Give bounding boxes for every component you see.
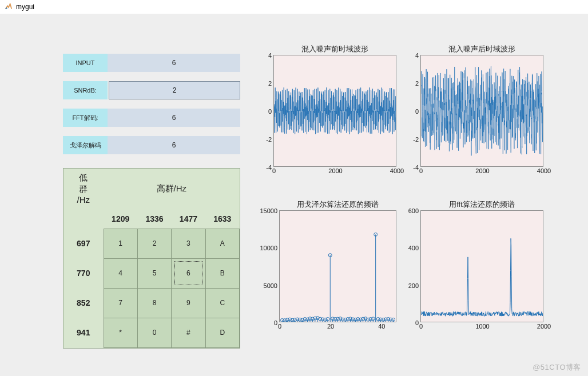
x-tick: 40 — [378, 323, 385, 330]
plot-fft-spectrum: 用fft算法还原的频谱 0200400600010002000 — [420, 210, 543, 322]
y-tick: 200 — [408, 282, 419, 289]
keypad-button-D[interactable]: D — [205, 318, 239, 347]
snr-input[interactable]: 2 — [109, 81, 240, 99]
dtmf-keypad-panel: 低 群 /Hz 高群/Hz 1209133614771633697123A770… — [63, 168, 240, 349]
x-tick: 4000 — [390, 167, 404, 174]
y-tick: 0 — [415, 319, 419, 326]
y-tick: 2 — [415, 80, 419, 87]
row-header-770: 770 — [63, 258, 104, 288]
keypad-button-#[interactable]: # — [172, 318, 205, 347]
keypad-button-5[interactable]: 5 — [137, 258, 171, 288]
plot-title: 混入噪声前时域波形 — [274, 44, 396, 54]
plot-clean-time-domain: 混入噪声前时域波形 -4-2024020004000 — [273, 55, 396, 167]
watermark-text: @51CTO博客 — [533, 362, 581, 373]
x-tick: 20 — [327, 323, 334, 330]
window-title: mygui — [16, 3, 34, 11]
keypad-button-4[interactable]: 4 — [104, 258, 137, 288]
x-tick: 4000 — [537, 167, 551, 174]
y-tick: -2 — [413, 136, 419, 143]
window-titlebar: mygui — [0, 0, 588, 14]
keypad-button-0[interactable]: 0 — [137, 318, 171, 347]
low-group-header: 低 群 /Hz — [63, 169, 104, 209]
keypad-button-7[interactable]: 7 — [104, 288, 137, 318]
y-tick: 2 — [268, 80, 272, 87]
x-tick: 2000 — [475, 167, 489, 174]
keypad-button-A[interactable]: A — [205, 229, 239, 258]
keypad-button-1[interactable]: 1 — [104, 229, 137, 258]
goertzel-decode-value: 6 — [108, 136, 240, 154]
col-header-1477: 1477 — [172, 209, 205, 229]
keypad-button-8[interactable]: 8 — [137, 288, 171, 318]
y-tick: 400 — [408, 245, 419, 251]
y-tick: 5000 — [264, 282, 277, 289]
y-tick: -4 — [413, 164, 419, 171]
x-tick: 0 — [419, 167, 423, 174]
keypad-button-B[interactable]: B — [205, 258, 239, 288]
x-tick: 1000 — [475, 323, 489, 330]
keypad-button-9[interactable]: 9 — [172, 288, 205, 318]
y-tick: 600 — [408, 207, 419, 214]
col-header-1209: 1209 — [104, 209, 137, 229]
goertzel-decode-label: 戈泽尔解码 — [63, 136, 108, 154]
y-tick: 0 — [268, 108, 272, 115]
hz-text: /Hz — [63, 194, 104, 206]
col-header-1633: 1633 — [205, 209, 239, 229]
keypad-button-C[interactable]: C — [205, 288, 239, 318]
plot-noisy-time-domain: 混入噪声后时域波形 -4-2024020004000 — [420, 55, 543, 167]
keypad-button-6[interactable]: 6 — [172, 258, 205, 288]
plot-goertzel-spectrum: 用戈泽尔算法还原的频谱 05000100001500002040 — [279, 210, 396, 322]
snr-label: SNRdB: — [63, 81, 108, 99]
keypad-button-3[interactable]: 3 — [172, 229, 205, 258]
plot-title: 混入噪声后时域波形 — [421, 44, 543, 54]
row-header-941: 941 — [63, 318, 104, 347]
y-tick: 15000 — [260, 207, 277, 214]
low-text: 低 — [63, 172, 104, 183]
y-tick: 10000 — [260, 245, 277, 251]
matlab-logo-icon — [5, 3, 13, 11]
input-fields-panel: INPUT 6 SNRdB: 2 FFT解码: 6 戈泽尔解码 6 — [63, 54, 240, 163]
fft-decode-label: FFT解码: — [63, 109, 108, 127]
y-tick: 4 — [268, 52, 272, 59]
y-tick: 0 — [274, 319, 277, 326]
keypad-button-*[interactable]: * — [104, 318, 137, 347]
plot-title: 用戈泽尔算法还原的频谱 — [280, 199, 396, 210]
y-tick: -2 — [266, 136, 272, 143]
group-text: 群 — [63, 183, 104, 195]
row-header-852: 852 — [63, 288, 104, 318]
fft-decode-value: 6 — [108, 109, 240, 127]
x-tick: 2000 — [328, 167, 342, 174]
y-tick: -4 — [266, 164, 272, 171]
y-tick: 4 — [415, 52, 419, 59]
high-group-header: 高群/Hz — [104, 169, 240, 209]
figure-background: INPUT 6 SNRdB: 2 FFT解码: 6 戈泽尔解码 6 低 群 /H… — [0, 14, 588, 376]
row-header-697: 697 — [63, 229, 104, 258]
col-header-1336: 1336 — [137, 209, 171, 229]
x-tick: 0 — [278, 323, 281, 330]
keypad-button-2[interactable]: 2 — [137, 229, 171, 258]
x-tick: 0 — [419, 323, 423, 330]
plot-title: 用fft算法还原的频谱 — [421, 199, 543, 210]
x-tick: 0 — [272, 167, 276, 174]
y-tick: 0 — [415, 108, 419, 115]
input-label: INPUT — [63, 54, 108, 72]
input-value-display: 6 — [108, 54, 240, 72]
x-tick: 2000 — [537, 323, 551, 330]
